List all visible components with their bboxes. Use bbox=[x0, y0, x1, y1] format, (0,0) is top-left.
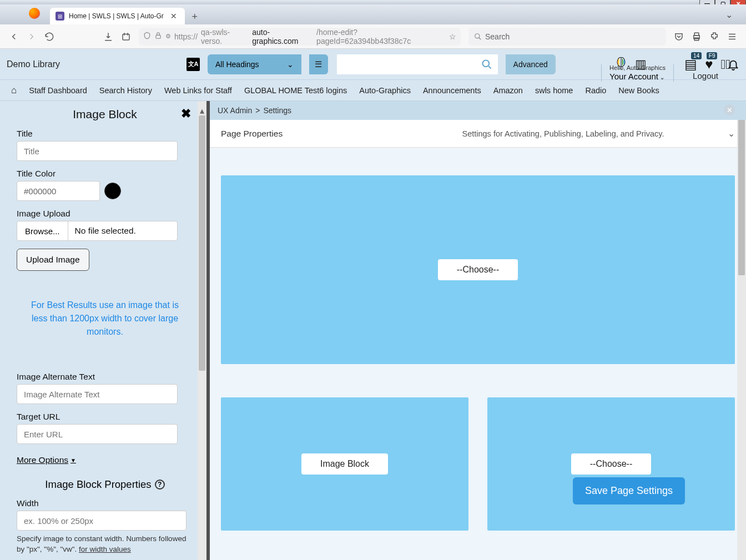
tabs-overflow-icon[interactable]: ⌄ bbox=[725, 9, 733, 20]
catalog-search-input[interactable] bbox=[337, 54, 498, 74]
nav-item[interactable]: Amazon bbox=[493, 86, 523, 95]
hello-text: Hello, Auto-Graphics bbox=[609, 64, 666, 72]
title-input[interactable] bbox=[17, 141, 178, 161]
config-sidebar: ▴ Image Block ✖ Title Title Color Image … bbox=[0, 101, 206, 560]
database-icon[interactable]: ☰ bbox=[309, 54, 328, 74]
panel-title: Image Block bbox=[17, 108, 193, 121]
advanced-search-button[interactable]: Advanced bbox=[506, 54, 556, 74]
bookmark-star-icon[interactable]: ☆ bbox=[449, 32, 456, 41]
svg-rect-0 bbox=[123, 34, 129, 40]
notification-bell-icon[interactable] bbox=[727, 58, 739, 71]
logout-link[interactable]: Logout bbox=[687, 71, 724, 80]
breadcrumb-item[interactable]: Settings bbox=[263, 106, 291, 115]
more-options-label: More Options bbox=[17, 455, 68, 465]
properties-label: Image Block Properties bbox=[45, 478, 151, 491]
account-label: Your Account bbox=[609, 72, 658, 81]
nav-item[interactable]: Announcements bbox=[423, 86, 481, 95]
list-icon[interactable]: ▤14 bbox=[684, 57, 697, 72]
block-type-label[interactable]: Image Block bbox=[301, 453, 388, 475]
svg-rect-4 bbox=[694, 33, 699, 36]
tab-close-icon[interactable]: ✕ bbox=[168, 12, 179, 21]
chevron-down-icon: ⌄ bbox=[658, 74, 664, 80]
nav-item[interactable]: New Books bbox=[618, 86, 659, 95]
alt-text-input[interactable] bbox=[17, 384, 178, 404]
main-nav: ⌂ Staff Dashboard Search History Web Lin… bbox=[0, 80, 746, 101]
properties-subtitle: Image Block Properties ? bbox=[17, 478, 193, 491]
nav-item[interactable]: Search History bbox=[99, 86, 152, 95]
nav-item[interactable]: Web Links for Staff bbox=[164, 86, 232, 95]
scroll-up-arrow-icon[interactable]: ▴ bbox=[198, 107, 206, 114]
account-menu[interactable]: Hello, Auto-Graphics Your Account ⌄ bbox=[601, 64, 674, 82]
layout-block-right[interactable]: --Choose-- bbox=[487, 397, 735, 531]
breadcrumb-close-icon[interactable]: ✕ bbox=[724, 104, 735, 115]
target-url-input[interactable] bbox=[17, 424, 178, 444]
permissions-icon: ⚙ bbox=[165, 33, 171, 40]
app-menu-button[interactable] bbox=[727, 32, 737, 42]
width-input[interactable] bbox=[17, 511, 186, 531]
layout-block-full[interactable]: --Choose-- bbox=[221, 175, 735, 364]
tab-favicon-icon: ⊞ bbox=[56, 12, 64, 21]
tab-title: Home | SWLS | SWLS | Auto-Gr bbox=[69, 12, 164, 20]
nav-item[interactable]: Radio bbox=[585, 86, 606, 95]
print-icon[interactable] bbox=[692, 32, 702, 42]
badge-count: 14 bbox=[691, 52, 702, 59]
headings-dropdown[interactable]: All Headings ⌄ bbox=[208, 54, 301, 74]
window-titlebar: — ▢ ✕ bbox=[0, 0, 746, 4]
choose-dropdown[interactable]: --Choose-- bbox=[438, 259, 518, 280]
translate-icon[interactable]: 文A bbox=[186, 58, 200, 71]
nav-item[interactable]: Staff Dashboard bbox=[29, 86, 87, 95]
download-icon[interactable] bbox=[103, 32, 113, 42]
search-icon bbox=[481, 59, 492, 70]
browse-button[interactable]: Browse... bbox=[17, 221, 68, 240]
url-protocol: https:// bbox=[174, 32, 198, 41]
nav-reload-button[interactable] bbox=[44, 32, 54, 42]
breadcrumb-item[interactable]: UX Admin bbox=[218, 106, 252, 115]
choose-dropdown[interactable]: --Choose-- bbox=[571, 453, 651, 475]
file-name-label: No file selected. bbox=[68, 226, 143, 236]
chevron-down-icon: ⌄ bbox=[728, 128, 735, 139]
chevron-down-icon: ⌄ bbox=[287, 60, 294, 69]
width-label: Width bbox=[17, 498, 193, 508]
color-swatch[interactable] bbox=[104, 183, 121, 199]
heart-icon[interactable]: ♥F9 bbox=[705, 57, 713, 72]
width-hint-text: Specify image to constant width. Numbers… bbox=[17, 534, 193, 555]
width-values-link[interactable]: for width values bbox=[79, 545, 131, 553]
page-properties-row[interactable]: Page Properties Settings for Activating,… bbox=[210, 120, 746, 148]
shield-icon bbox=[143, 32, 151, 41]
file-input[interactable]: Browse... No file selected. bbox=[17, 221, 178, 241]
upload-image-button[interactable]: Upload Image bbox=[17, 249, 89, 271]
title-color-label: Title Color bbox=[17, 169, 193, 179]
pocket-icon[interactable] bbox=[674, 32, 684, 42]
home-icon[interactable]: ⌂ bbox=[11, 85, 17, 96]
extensions-icon[interactable] bbox=[709, 32, 719, 42]
advanced-label: Advanced bbox=[513, 60, 548, 69]
svg-point-2 bbox=[475, 33, 480, 38]
image-hint-text: For Best Results use an image that is le… bbox=[17, 299, 193, 339]
title-color-input[interactable] bbox=[17, 181, 100, 201]
sidebar-scrollbar-thumb[interactable] bbox=[199, 115, 205, 371]
lock-icon bbox=[154, 32, 162, 41]
canvas-scrollbar-thumb[interactable] bbox=[738, 109, 745, 275]
more-options-toggle[interactable]: More Options ▼ bbox=[17, 455, 76, 465]
target-url-label: Target URL bbox=[17, 412, 193, 422]
nav-forward-button[interactable] bbox=[27, 32, 37, 42]
svg-point-6 bbox=[482, 60, 489, 67]
browser-searchbar[interactable]: Search bbox=[468, 28, 666, 46]
url-bar[interactable]: ⚙ https://qa-swls-verso.auto-graphics.co… bbox=[139, 28, 461, 46]
layout-block-left[interactable]: Image Block bbox=[221, 397, 468, 531]
badge-f9: F9 bbox=[707, 52, 718, 59]
nav-item[interactable]: Auto-Graphics bbox=[359, 86, 411, 95]
help-icon[interactable]: ? bbox=[155, 480, 165, 490]
image-upload-label: Image Upload bbox=[17, 209, 193, 219]
page-properties-title: Page Properties bbox=[221, 129, 399, 139]
close-panel-icon[interactable]: ✖ bbox=[181, 107, 191, 121]
nav-item[interactable]: swls home bbox=[535, 86, 573, 95]
page-properties-desc: Settings for Activating, Publishing, Lab… bbox=[399, 129, 728, 138]
nav-back-button[interactable] bbox=[9, 32, 19, 42]
browser-tab[interactable]: ⊞ Home | SWLS | SWLS | Auto-Gr ✕ bbox=[50, 8, 185, 24]
breadcrumb: UX Admin > Settings ✕ bbox=[210, 101, 746, 120]
nav-item[interactable]: GLOBAL HOME Test6 logins bbox=[244, 86, 347, 95]
save-page-settings-button[interactable]: Save Page Settings bbox=[573, 477, 685, 504]
new-tab-button[interactable]: + bbox=[187, 9, 203, 24]
container-icon[interactable] bbox=[121, 32, 131, 42]
